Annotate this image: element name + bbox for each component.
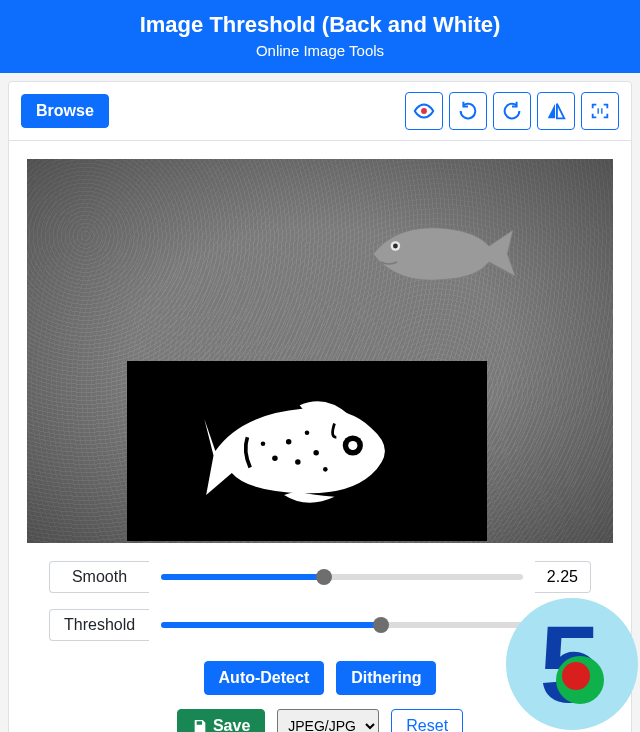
rotate-cw-icon (501, 100, 523, 122)
svg-point-10 (323, 467, 328, 472)
image-preview[interactable] (27, 159, 613, 543)
eye-icon (413, 100, 435, 122)
threshold-fill (161, 622, 381, 628)
svg-point-7 (272, 456, 278, 462)
thresholded-fish (197, 381, 417, 521)
smooth-slider[interactable] (149, 561, 535, 593)
auto-detect-button[interactable]: Auto-Detect (204, 661, 325, 695)
smooth-label: Smooth (49, 561, 149, 593)
toolbar: Browse (9, 82, 631, 141)
rotate-cw-button[interactable] (493, 92, 531, 130)
app-header: Image Threshold (Back and White) Online … (0, 0, 640, 73)
svg-point-2 (393, 244, 398, 249)
browse-label: Browse (36, 102, 94, 120)
fit-button[interactable] (581, 92, 619, 130)
canvas-area (27, 159, 613, 543)
svg-point-6 (305, 430, 310, 435)
threshold-slider[interactable] (149, 609, 539, 641)
svg-point-14 (562, 662, 590, 690)
browse-button[interactable]: Browse (21, 94, 109, 128)
page-subtitle: Online Image Tools (0, 42, 640, 59)
svg-point-11 (261, 441, 266, 446)
smooth-thumb[interactable] (316, 569, 332, 585)
toolbar-icon-group (405, 92, 619, 130)
save-label: Save (213, 717, 250, 732)
smooth-fill (161, 574, 324, 580)
dithering-button[interactable]: Dithering (336, 661, 436, 695)
svg-point-8 (295, 459, 301, 465)
smooth-slider-row: Smooth 2.25 (49, 561, 591, 593)
brand-logo[interactable]: 5 (500, 592, 640, 732)
format-select[interactable]: JPEG/JPG (277, 709, 379, 732)
reset-button[interactable]: Reset (391, 709, 463, 732)
fit-icon (589, 100, 611, 122)
smooth-value: 2.25 (535, 561, 591, 593)
dithering-label: Dithering (351, 669, 421, 687)
flip-button[interactable] (537, 92, 575, 130)
auto-detect-label: Auto-Detect (219, 669, 310, 687)
save-icon (192, 718, 208, 732)
threshold-preview (127, 361, 487, 541)
threshold-thumb[interactable] (373, 617, 389, 633)
svg-point-0 (421, 108, 427, 114)
page-title: Image Threshold (Back and White) (0, 12, 640, 38)
reset-label: Reset (406, 717, 448, 732)
svg-point-4 (348, 441, 357, 450)
threshold-label: Threshold (49, 609, 149, 641)
compare-button[interactable] (405, 92, 443, 130)
svg-point-9 (313, 450, 319, 456)
flip-icon (545, 100, 567, 122)
source-object (357, 214, 517, 294)
svg-point-5 (286, 439, 292, 445)
rotate-ccw-button[interactable] (449, 92, 487, 130)
save-button[interactable]: Save (177, 709, 265, 732)
rotate-ccw-icon (457, 100, 479, 122)
